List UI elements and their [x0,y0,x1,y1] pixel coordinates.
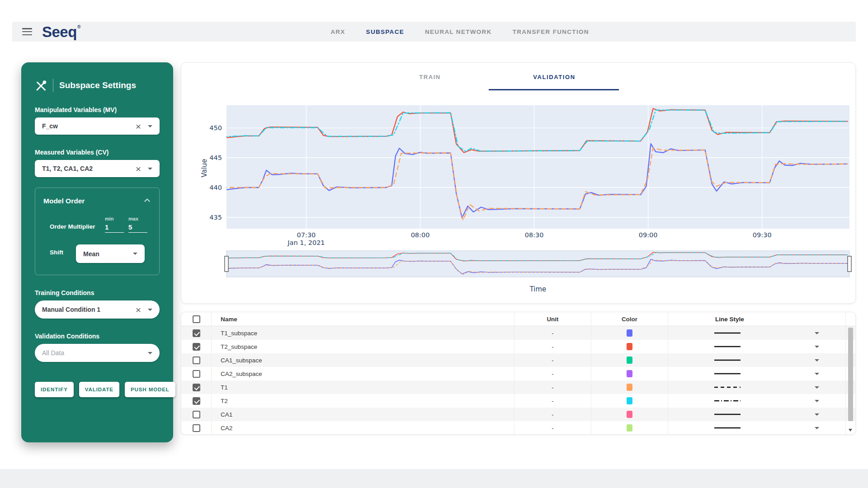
table-scrollbar[interactable] [847,328,854,433]
main-nav: ARXSUBSPACENEURAL NETWORKTRANSFER FUNCTI… [265,22,654,42]
color-chip[interactable] [627,357,632,364]
line-style-dropdown[interactable] [815,373,819,375]
shift-label: Shift [50,249,63,258]
row-checkbox[interactable] [193,329,200,337]
max-label: max [128,216,147,221]
timeseries-chart: 43544044545007:30Jan 1, 202108:0008:3009… [181,63,856,304]
row-checkbox[interactable] [193,424,200,432]
line-style-sample [713,331,741,335]
validation-conditions-select[interactable]: All Data [35,344,160,362]
order-multiplier-label: Order Multiplier [50,223,100,233]
cv-value: T1, T2, CA1, CA2 [42,165,93,172]
clear-icon[interactable]: × [136,305,141,314]
nav-tab-arx[interactable]: ARX [330,28,345,35]
table-row-CA2_subspace: CA2_subspace- [181,367,855,380]
nav-tab-subspace[interactable]: SUBSPACE [366,28,404,35]
series-unit: - [514,367,591,380]
chevron-down-icon[interactable] [148,309,152,311]
x-tick-date-label: Jan 1, 2021 [287,239,325,246]
color-chip[interactable] [627,370,632,377]
action-buttons: IDENTIFY VALIDATE PUSH MODEL [35,382,160,397]
row-checkbox[interactable] [193,357,200,364]
color-chip[interactable] [627,384,632,391]
tools-icon [35,80,47,92]
order-max-input[interactable]: 5 [128,223,147,233]
column-header-line-style: Line Style [668,312,846,326]
line-style-dropdown[interactable] [815,413,819,416]
column-header-color: Color [591,312,668,326]
column-header-unit: Unit [514,312,591,326]
clear-icon[interactable]: × [136,164,141,174]
line-style-dropdown[interactable] [815,400,819,402]
row-checkbox[interactable] [193,411,200,418]
series-name: T2 [212,394,514,408]
scrollbar-thumb[interactable] [848,328,853,421]
line-style-dropdown[interactable] [815,346,819,348]
table-row-T2: T2- [181,394,855,408]
color-chip[interactable] [627,343,632,350]
validate-button[interactable]: VALIDATE [79,382,119,397]
row-checkbox[interactable] [193,370,200,378]
table-row-CA2: CA2- [181,421,855,435]
min-label: min [105,216,124,221]
chevron-down-icon[interactable] [148,352,152,354]
panel-header: Subspace Settings [35,79,160,92]
clear-icon[interactable]: × [136,122,141,131]
chevron-up-icon[interactable] [144,198,150,204]
order-min-input[interactable]: 1 [105,223,124,233]
cv-select[interactable]: T1, T2, CA1, CA2 × [35,160,160,177]
line-style-dropdown[interactable] [815,332,819,334]
rangeslider-background [226,251,849,277]
nav-tab-neural-network[interactable]: NEURAL NETWORK [425,28,492,35]
shift-select[interactable]: Mean [76,244,145,263]
line-style-dropdown[interactable] [815,359,819,361]
y-tick-label: 440 [209,184,222,191]
brand-text: Seeq [42,24,77,39]
model-order-title: Model Order [43,197,85,205]
order-multiplier-row: min max Order Multiplier 1 5 [50,216,151,233]
series-name: T2_subspace [212,340,514,353]
push-model-button[interactable]: PUSH MODEL [125,382,175,397]
chevron-down-icon[interactable] [148,168,152,170]
y-tick-label: 445 [209,154,222,161]
mv-select[interactable]: F_cw × [35,117,160,135]
series-name: CA2_subspace [212,367,514,380]
color-chip[interactable] [627,329,632,337]
series-table: Name Unit Color Line Style T1_subspace-T… [181,312,856,435]
color-chip[interactable] [627,397,632,404]
series-table-body: T1_subspace-T2_subspace-CA1_subspace-CA2… [181,326,855,435]
subspace-settings-panel: Subspace Settings Manipulated Variables … [21,62,173,442]
menu-icon[interactable] [22,28,32,35]
line-style-sample [713,426,741,430]
panel-title: Subspace Settings [59,80,136,90]
color-chip[interactable] [627,411,632,418]
select-all-checkbox[interactable] [193,315,200,323]
scroll-down-arrow-icon[interactable] [849,429,852,432]
row-checkbox[interactable] [193,343,200,351]
training-conditions-select[interactable]: Manual Condition 1 × [35,300,160,319]
row-checkbox[interactable] [193,384,200,391]
y-tick-label: 435 [209,214,222,221]
x-tick-label: 07:30 [297,231,316,239]
identify-button[interactable]: IDENTIFY [35,382,74,397]
rangeslider-left-handle[interactable] [225,256,228,272]
line-style-sample [713,412,741,417]
nav-tab-transfer-function[interactable]: TRANSFER FUNCTION [513,28,589,35]
series-unit: - [514,408,591,421]
row-checkbox[interactable] [193,397,200,405]
rangeslider-right-handle[interactable] [848,256,851,272]
chevron-down-icon[interactable] [133,253,137,255]
x-tick-label: 08:30 [525,231,544,239]
line-style-dropdown[interactable] [815,427,819,429]
validation-conditions-label: Validation Conditions [35,333,160,340]
shift-row: Shift Mean [50,244,151,263]
line-style-dropdown[interactable] [815,386,819,389]
table-row-CA1: CA1- [181,408,855,421]
validation-conditions-placeholder: All Data [42,349,64,357]
x-tick-label: 09:30 [753,231,772,239]
color-chip[interactable] [627,424,632,432]
series-unit: - [514,326,591,340]
line-style-sample [713,358,741,362]
chevron-down-icon[interactable] [148,125,152,127]
y-tick-label: 450 [209,124,222,131]
